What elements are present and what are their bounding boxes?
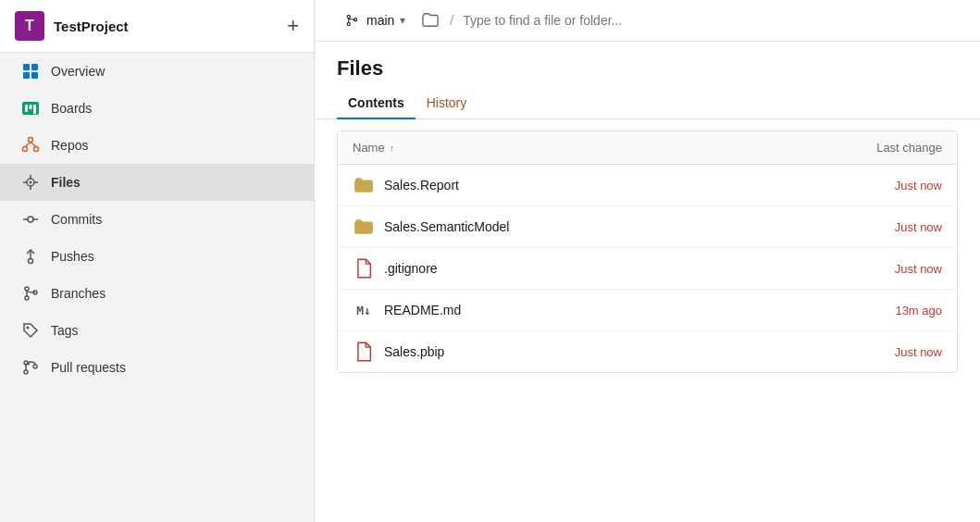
table-row[interactable]: Sales.SemanticModel Just now	[338, 206, 957, 248]
sidebar-item-overview-label: Overview	[51, 64, 105, 79]
sidebar-item-tags[interactable]: Tags	[0, 312, 314, 349]
sidebar-item-boards[interactable]: Boards	[0, 90, 314, 127]
tab-history[interactable]: History	[416, 88, 478, 119]
svg-point-22	[29, 259, 33, 264]
page-title: Files	[337, 56, 958, 81]
boards-icon	[21, 99, 40, 118]
overview-icon	[21, 62, 40, 81]
file-table: Name ↑ Last change Sales.Report Just now…	[337, 130, 958, 373]
pull-requests-icon	[21, 358, 40, 377]
sidebar-item-files[interactable]: Files	[0, 164, 314, 201]
svg-rect-1	[31, 64, 38, 70]
svg-point-33	[347, 15, 350, 18]
sidebar-item-tags-label: Tags	[51, 323, 79, 338]
svg-point-9	[23, 147, 28, 152]
table-row[interactable]: .gitignore Just now	[338, 248, 957, 290]
svg-rect-5	[25, 105, 28, 112]
svg-point-8	[29, 138, 33, 143]
sidebar-item-branches[interactable]: Branches	[0, 275, 314, 312]
tags-icon	[21, 321, 40, 340]
file-name: Sales.Report	[384, 178, 868, 193]
file-icon	[353, 341, 375, 363]
file-time: Just now	[868, 262, 942, 276]
path-separator: /	[450, 13, 453, 28]
tab-contents[interactable]: Contents	[337, 88, 416, 119]
svg-point-24	[25, 287, 29, 291]
file-name: README.md	[384, 303, 868, 317]
file-name: .gitignore	[384, 261, 868, 276]
svg-point-34	[347, 22, 350, 25]
svg-point-14	[30, 181, 32, 184]
sidebar-header: T TestProject +	[0, 0, 314, 53]
sidebar-item-pull-requests[interactable]: Pull requests	[0, 349, 314, 386]
branch-selector[interactable]: main ▾	[337, 9, 413, 31]
file-time: Just now	[868, 179, 942, 193]
file-time: 13m ago	[868, 304, 942, 317]
sidebar-item-repos-label: Repos	[51, 138, 88, 153]
svg-point-31	[33, 365, 37, 368]
sidebar-item-overview[interactable]: Overview	[0, 53, 314, 90]
file-icon	[353, 257, 375, 280]
file-name: Sales.pbip	[384, 344, 868, 359]
file-table-header: Name ↑ Last change	[338, 131, 957, 165]
main-content: main ▾ / Files Contents History Name ↑ L…	[315, 0, 980, 522]
table-row[interactable]: Sales.pbip Just now	[338, 331, 957, 372]
svg-rect-2	[23, 72, 30, 79]
add-project-button[interactable]: +	[287, 16, 299, 36]
svg-point-28	[27, 327, 30, 329]
file-time: Just now	[868, 345, 942, 359]
sidebar-item-pushes[interactable]: Pushes	[0, 238, 314, 275]
column-last-change-header: Last change	[876, 141, 942, 155]
pushes-icon	[21, 247, 40, 266]
repos-icon	[21, 136, 40, 155]
svg-rect-0	[23, 64, 30, 70]
table-row[interactable]: Sales.Report Just now	[338, 165, 957, 206]
project-name: TestProject	[54, 19, 129, 34]
tabs: Contents History	[315, 88, 980, 119]
sidebar-item-commits[interactable]: Commits	[0, 201, 314, 238]
svg-point-19	[28, 217, 33, 222]
sidebar-item-files-label: Files	[51, 175, 81, 190]
sidebar-item-commits-label: Commits	[51, 212, 102, 227]
sidebar-item-pushes-label: Pushes	[51, 249, 94, 264]
sidebar: T TestProject + Overview Boards Repos	[0, 0, 315, 522]
sort-arrow: ↑	[390, 143, 394, 154]
svg-rect-6	[30, 105, 32, 109]
file-name: Sales.SemanticModel	[384, 219, 868, 234]
files-icon	[21, 173, 40, 192]
path-search-input[interactable]	[463, 13, 958, 28]
folder-icon	[353, 216, 375, 238]
svg-point-10	[34, 147, 39, 152]
sidebar-item-branches-label: Branches	[51, 286, 105, 301]
markdown-icon: M↓	[353, 299, 375, 321]
branches-icon	[21, 284, 40, 303]
folder-icon	[353, 174, 375, 196]
svg-line-11	[25, 143, 31, 147]
commits-icon	[21, 210, 40, 229]
svg-point-25	[25, 296, 29, 300]
branch-name: main	[366, 13, 394, 28]
svg-rect-3	[31, 72, 38, 79]
project-avatar: T	[15, 11, 44, 41]
chevron-down-icon: ▾	[400, 14, 405, 27]
sidebar-item-boards-label: Boards	[51, 101, 92, 116]
branch-icon	[344, 13, 359, 28]
folder-icon	[422, 11, 439, 31]
project-header-left: T TestProject	[15, 11, 129, 41]
svg-line-12	[31, 143, 36, 147]
page-title-area: Files	[315, 42, 980, 81]
topbar: main ▾ /	[315, 0, 980, 42]
table-row[interactable]: M↓ README.md 13m ago	[338, 290, 957, 331]
sidebar-item-repos[interactable]: Repos	[0, 127, 314, 164]
column-name-header: Name ↑	[353, 141, 394, 155]
svg-rect-7	[33, 105, 36, 114]
file-time: Just now	[868, 220, 942, 234]
svg-point-30	[24, 370, 28, 374]
sidebar-item-pull-requests-label: Pull requests	[51, 360, 126, 375]
